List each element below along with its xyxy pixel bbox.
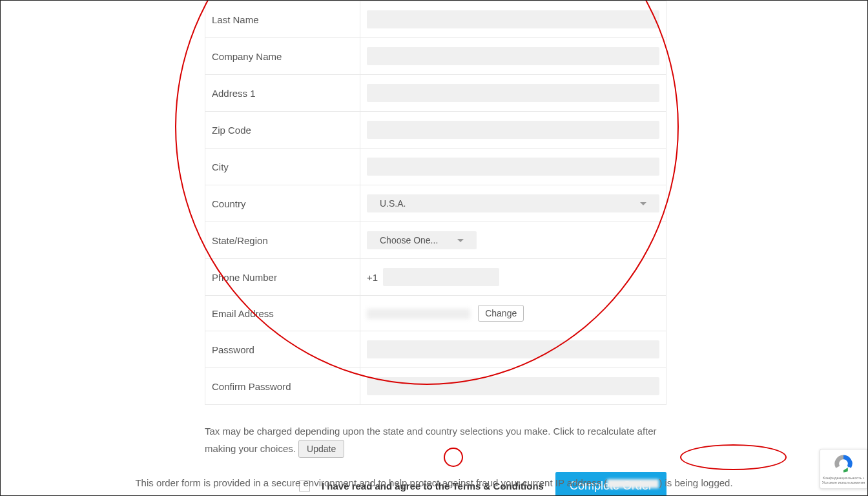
zip-input[interactable] xyxy=(367,121,659,139)
country-select[interactable]: U.S.A. xyxy=(367,194,659,212)
company-name-input[interactable] xyxy=(367,47,659,65)
city-input[interactable] xyxy=(367,158,659,176)
ip-address-value xyxy=(607,479,659,488)
chevron-down-icon xyxy=(457,239,464,242)
label-country: Country xyxy=(205,185,360,222)
recaptcha-badge[interactable]: Конфиденциальность • Условия использован… xyxy=(820,449,867,489)
state-select[interactable]: Choose One... xyxy=(367,231,477,249)
label-zip: Zip Code xyxy=(205,112,360,149)
label-email: Email Address xyxy=(205,296,360,331)
footer-note: This order form is provided in a secure … xyxy=(1,477,867,488)
email-value xyxy=(367,309,470,319)
state-select-value: Choose One... xyxy=(380,235,438,245)
country-select-value: U.S.A. xyxy=(380,198,406,209)
password-input[interactable] xyxy=(367,340,659,358)
annotation-oval-complete xyxy=(680,444,787,470)
label-company-name: Company Name xyxy=(205,38,360,75)
chevron-down-icon xyxy=(640,202,646,205)
tax-note: Tax may be charged depending upon the st… xyxy=(205,423,666,458)
address1-input[interactable] xyxy=(367,84,659,102)
update-button[interactable]: Update xyxy=(298,440,344,458)
recaptcha-icon xyxy=(832,453,854,475)
last-name-input[interactable] xyxy=(367,10,659,28)
phone-input[interactable] xyxy=(383,268,499,286)
tax-note-text: Tax may be charged depending upon the st… xyxy=(205,426,657,454)
billing-form: Last Name Company Name Address 1 Zip Cod… xyxy=(205,1,666,405)
label-state: State/Region xyxy=(205,222,360,259)
label-password: Password xyxy=(205,331,360,368)
change-email-button[interactable]: Change xyxy=(478,305,524,322)
confirm-password-input[interactable] xyxy=(367,377,659,395)
label-last-name: Last Name xyxy=(205,1,360,38)
label-city: City xyxy=(205,149,360,185)
label-confirm-password: Confirm Password xyxy=(205,368,360,405)
label-phone: Phone Number xyxy=(205,259,360,296)
phone-prefix: +1 xyxy=(367,272,378,283)
label-address1: Address 1 xyxy=(205,75,360,112)
